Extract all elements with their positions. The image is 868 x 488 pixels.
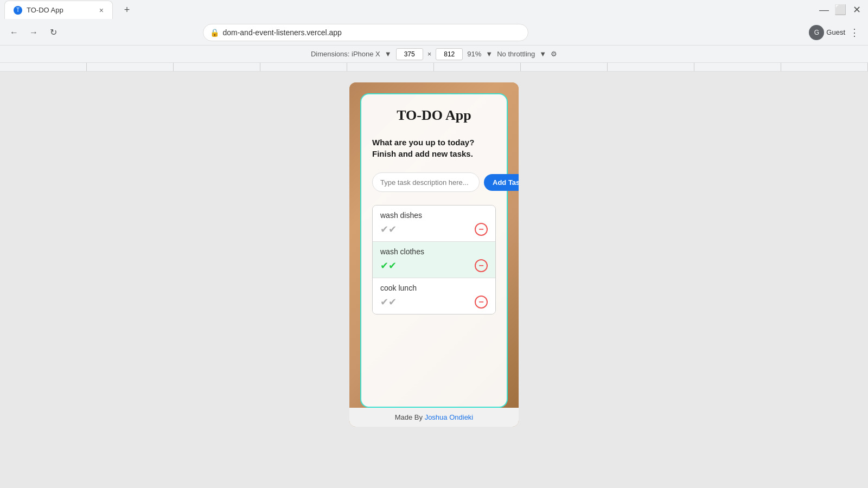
window-controls: — ⬜ ✕ bbox=[817, 3, 864, 17]
dimension-separator: × bbox=[427, 50, 432, 58]
app-background: TO-DO App What are you up to today?Finis… bbox=[349, 82, 519, 408]
tab-title: TO-DO App bbox=[27, 6, 95, 14]
height-input[interactable] bbox=[436, 48, 463, 60]
zoom-label: 91% bbox=[467, 50, 481, 58]
task-name: wash clothes bbox=[380, 247, 488, 256]
maximize-button[interactable]: ⬜ bbox=[833, 3, 847, 17]
task-actions: ✔✔ − bbox=[380, 223, 488, 236]
profile-icon[interactable]: G bbox=[809, 25, 824, 40]
dropdown-arrow-icon: ▼ bbox=[385, 50, 392, 58]
reload-button[interactable]: ↻ bbox=[46, 25, 61, 40]
input-row: Add Task bbox=[372, 172, 496, 192]
url-text: dom-and-event-listeners.vercel.app bbox=[222, 28, 341, 37]
check-icon[interactable]: ✔✔ bbox=[380, 296, 397, 308]
zoom-dropdown-icon: ▼ bbox=[486, 50, 493, 58]
browser-right-controls: G Guest ⋮ bbox=[809, 24, 861, 41]
task-item: wash clothes ✔✔ − bbox=[373, 242, 495, 278]
settings-icon[interactable]: ⚙ bbox=[551, 50, 557, 58]
title-bar: T TO-DO App × + — ⬜ ✕ bbox=[0, 0, 868, 20]
new-tab-button[interactable]: + bbox=[119, 2, 135, 17]
forward-button[interactable]: → bbox=[26, 25, 41, 40]
address-bar[interactable]: 🔒 dom-and-event-listeners.vercel.app bbox=[203, 24, 528, 41]
browser-chrome: T TO-DO App × + — ⬜ ✕ ← → ↻ 🔒 dom-and-ev… bbox=[0, 0, 868, 488]
app-title: TO-DO App bbox=[372, 107, 496, 124]
task-name: wash dishes bbox=[380, 211, 488, 220]
lock-icon: 🔒 bbox=[210, 28, 219, 37]
browser-content: TO-DO App What are you up to today?Finis… bbox=[0, 72, 868, 488]
task-name: cook lunch bbox=[380, 284, 488, 292]
user-label: Guest bbox=[826, 28, 845, 36]
device-toolbar: Dimensions: iPhone X ▼ × 91% ▼ No thrott… bbox=[0, 46, 868, 63]
tab-favicon: T bbox=[14, 6, 22, 15]
close-window-button[interactable]: ✕ bbox=[850, 3, 864, 17]
phone-background: TO-DO App What are you up to today?Finis… bbox=[349, 82, 519, 427]
check-icon[interactable]: ✔✔ bbox=[380, 260, 397, 272]
task-actions: ✔✔ − bbox=[380, 259, 488, 272]
app-subtitle: What are you up to today?Finish and add … bbox=[372, 137, 496, 159]
minimize-button[interactable]: — bbox=[817, 3, 831, 17]
task-item: wash dishes ✔✔ − bbox=[373, 206, 495, 242]
delete-button[interactable]: − bbox=[475, 223, 488, 236]
tab-close-button[interactable]: × bbox=[99, 6, 104, 15]
width-input[interactable] bbox=[396, 48, 423, 60]
ruler-bar bbox=[0, 63, 868, 72]
device-label: Dimensions: iPhone X bbox=[311, 50, 380, 58]
add-task-button[interactable]: Add Task bbox=[484, 174, 519, 191]
task-item: cook lunch ✔✔ − bbox=[373, 278, 495, 314]
footer-author-link[interactable]: Joshua Ondieki bbox=[425, 413, 474, 421]
check-icon[interactable]: ✔✔ bbox=[380, 223, 397, 235]
phone-footer: Made By Joshua Ondieki bbox=[349, 408, 519, 427]
phone-container: TO-DO App What are you up to today?Finis… bbox=[349, 82, 519, 427]
throttle-label: No throttling bbox=[497, 50, 535, 58]
browser-menu-button[interactable]: ⋮ bbox=[847, 24, 861, 41]
task-list: wash dishes ✔✔ − wash clothes ✔✔ bbox=[372, 205, 496, 314]
delete-button[interactable]: − bbox=[475, 259, 488, 272]
footer-text: Made By bbox=[395, 413, 425, 421]
app-card: TO-DO App What are you up to today?Finis… bbox=[360, 93, 508, 408]
active-tab[interactable]: T TO-DO App × bbox=[4, 1, 113, 19]
throttle-dropdown-icon: ▼ bbox=[539, 50, 546, 58]
delete-button[interactable]: − bbox=[475, 296, 488, 309]
back-button[interactable]: ← bbox=[7, 25, 22, 40]
address-bar-row: ← → ↻ 🔒 dom-and-event-listeners.vercel.a… bbox=[0, 20, 868, 46]
task-actions: ✔✔ − bbox=[380, 296, 488, 309]
task-input[interactable] bbox=[372, 172, 480, 192]
